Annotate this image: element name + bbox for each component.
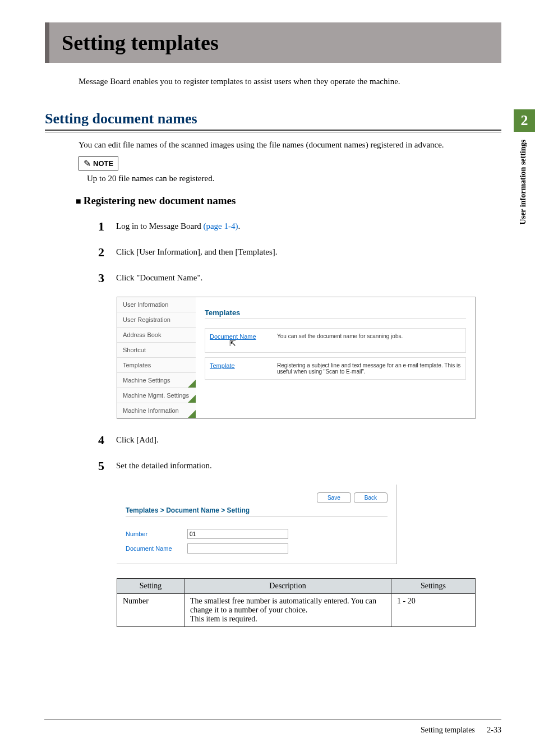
breadcrumb-heading: Templates > Document Name > Setting: [126, 506, 388, 517]
screenshot-setting: Save Back Templates > Document Name > Se…: [117, 485, 397, 564]
side-tab: 2 User information settings: [514, 109, 535, 232]
docname-label: Document Name: [126, 545, 187, 552]
td-description: The smallest free number is automaticall…: [185, 594, 391, 627]
step-number: 3: [98, 271, 108, 285]
screenshot-desc: You can set the document name for scanni…: [277, 333, 461, 339]
back-button: Back: [354, 492, 388, 503]
td-range: 1 - 20: [391, 594, 476, 627]
screenshot-buttons: Save Back: [126, 492, 388, 503]
docname-field: Document Name: [126, 541, 388, 556]
sidebar-tab: User Registration: [117, 312, 196, 328]
chapter-label: User information settings: [514, 132, 533, 232]
section-title: Setting document names: [45, 110, 501, 131]
subsection-heading: ■ Registering new document names: [76, 195, 501, 207]
footer: Setting templates 2-33: [44, 720, 501, 735]
subsection-title: Registering new document names: [84, 195, 236, 206]
template-link: Template: [210, 362, 277, 369]
step-text: Set the detailed information.: [116, 459, 212, 471]
docname-input: [187, 543, 288, 554]
step-5: 5 Set the detailed information.: [98, 459, 501, 473]
save-button: Save: [317, 492, 351, 503]
sidebar-tab: Machine Information: [117, 403, 196, 418]
note-icon: ✎: [84, 158, 91, 169]
number-label: Number: [126, 531, 187, 537]
th-setting: Setting: [117, 579, 185, 594]
step-text: Click [User Information], and then [Temp…: [116, 245, 278, 257]
chapter-number: 2: [514, 109, 535, 132]
step-number: 2: [98, 245, 108, 260]
step-text: Click "Document Name".: [116, 271, 202, 283]
page-link[interactable]: (page 1-4): [203, 222, 238, 231]
screenshot-templates: User Information User Registration Addre…: [117, 297, 476, 419]
chapter-title: Setting templates: [62, 30, 489, 55]
bullet-icon: ■: [76, 196, 81, 206]
footer-page: 2-33: [487, 726, 501, 734]
screenshot-sidebar: User Information User Registration Addre…: [117, 297, 196, 418]
screenshot-main: Templates Document Name ⇱ You can set th…: [196, 297, 475, 418]
cursor-icon: ⇱: [229, 339, 277, 348]
note-label: NOTE: [93, 159, 113, 168]
footer-title: Setting templates: [421, 726, 475, 734]
step-number: 1: [98, 219, 108, 234]
screenshot-heading: Templates: [205, 308, 466, 319]
sidebar-tab: Address Book: [117, 328, 196, 343]
step-number: 4: [98, 433, 108, 448]
screenshot-row: Document Name ⇱ You can set the document…: [205, 328, 466, 353]
note-text: Up to 20 file names can be registered.: [87, 174, 501, 183]
th-settings: Settings: [391, 579, 476, 594]
step-number: 5: [98, 459, 108, 473]
section-text: You can edit file names of the scanned i…: [79, 139, 501, 151]
step-3: 3 Click "Document Name".: [98, 271, 501, 285]
sidebar-tab: Templates: [117, 358, 196, 373]
td-setting: Number: [117, 594, 185, 627]
sidebar-tab: Machine Settings: [117, 373, 196, 388]
th-description: Description: [185, 579, 391, 594]
step-2: 2 Click [User Information], and then [Te…: [98, 245, 501, 260]
settings-table: Setting Description Settings Number The …: [117, 578, 476, 627]
note-box: ✎ NOTE: [79, 156, 118, 170]
number-field: Number: [126, 527, 388, 541]
step-text: Click [Add].: [116, 433, 159, 445]
screenshot-row: Template Registering a subject line and …: [205, 357, 466, 380]
step-1: 1 Log in to Message Board (page 1-4).: [98, 219, 501, 234]
step-text: Log in to Message Board (page 1-4).: [116, 219, 240, 231]
screenshot-desc: Registering a subject line and text mess…: [277, 362, 461, 375]
sidebar-tab: User Information: [117, 297, 196, 312]
intro-text: Message Board enables you to register te…: [79, 75, 501, 88]
number-input: [187, 529, 288, 539]
step-4: 4 Click [Add].: [98, 433, 501, 448]
sidebar-tab: Shortcut: [117, 343, 196, 358]
sidebar-tab: Machine Mgmt. Settings: [117, 388, 196, 403]
